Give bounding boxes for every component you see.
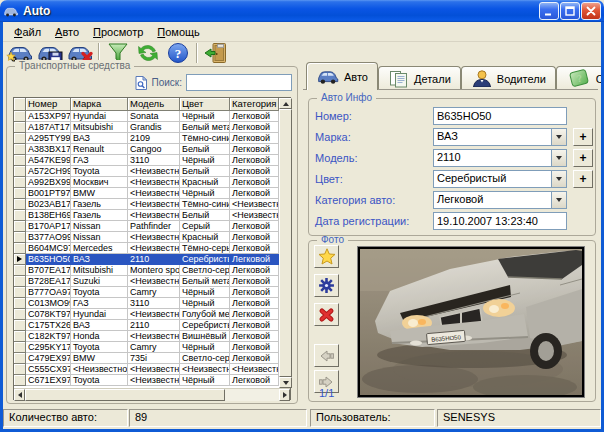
vertical-scrollbar[interactable] [279, 98, 292, 388]
table-cell: <Неизвестно> [230, 364, 279, 375]
photo-settings-button[interactable] [314, 274, 339, 297]
table-cell: Газель [71, 210, 128, 221]
table-row[interactable]: B023AB177Газель<Неизвестно>Тёмно-синий<Н… [14, 199, 279, 210]
model-combo[interactable]: 2110 [433, 149, 567, 167]
maximize-button[interactable] [560, 2, 580, 20]
table-row[interactable]: C671EX97Toyota<Неизвестно>ЧёрныйЛегковой [14, 375, 279, 386]
dropdown-button[interactable] [551, 150, 566, 166]
row-indicator [14, 298, 26, 309]
table-cell: Легковой [230, 144, 279, 155]
column-header[interactable]: Номер [26, 98, 71, 111]
scroll-down-button[interactable] [279, 377, 292, 388]
table-row[interactable]: A295TY99ВАЗ2109Тёмно-синийЛегковой [14, 133, 279, 144]
table-row[interactable]: C555CX97<Неизвестно><Неизвестно><Неизвес… [14, 364, 279, 375]
menu-file[interactable]: Файл [7, 24, 48, 40]
row-indicator [14, 342, 26, 353]
table-row[interactable]: B635HO50ВАЗ2110СеребристыйЛегковой [14, 254, 279, 265]
table-row[interactable]: B707EA177MitsubishiMontero sportСветло-с… [14, 265, 279, 276]
table-row[interactable]: B001PT97BMW<Неизвестно>ЧёрныйЛегковой [14, 188, 279, 199]
horizontal-scrollbar[interactable] [14, 388, 290, 401]
exit-button[interactable] [201, 42, 231, 64]
table-cell: ВАЗ [71, 133, 128, 144]
tab-details[interactable]: Детали [378, 66, 461, 90]
table-cell: Pathfinder [128, 221, 180, 232]
table-row[interactable]: A992BX99Москвич<Неизвестно>КрасныйЛегков… [14, 177, 279, 188]
menu-help[interactable]: Помощь [150, 24, 207, 40]
table-cell: ВАЗ [71, 254, 128, 265]
dropdown-button[interactable] [551, 171, 566, 187]
table-row[interactable]: B377AO99Nissan<Неизвестно>КрасныйЛегково… [14, 232, 279, 243]
car-icon [316, 68, 340, 85]
number-field[interactable] [433, 107, 567, 125]
tab-auto[interactable]: Авто [306, 62, 378, 90]
table-row[interactable]: C013MO99ГАЗ3110ЧёрныйЛегковой [14, 298, 279, 309]
table-row[interactable]: A547KE99ГАЗ3110ЧёрныйЛегковой [14, 155, 279, 166]
vertical-scroll-thumb[interactable] [279, 109, 292, 377]
table-row[interactable]: C175TX26ВАЗ2110СеребристыйЛегковой [14, 320, 279, 331]
statusbar: Количество авто: 89 Пользователь: SENESY… [3, 406, 601, 429]
scroll-track[interactable] [225, 389, 279, 401]
table-row[interactable]: C078KT97Hyundai<Неизвестно>Голубой метал… [14, 309, 279, 320]
column-header[interactable]: Цвет [180, 98, 230, 111]
refresh-button[interactable] [133, 42, 163, 64]
table-row[interactable]: C295KY177ToyotaCamryЧёрныйЛегковой [14, 342, 279, 353]
horizontal-scroll-thumb[interactable] [25, 389, 225, 401]
titlebar[interactable]: Auto [0, 0, 604, 22]
category-combo[interactable]: Легковой [433, 191, 567, 209]
table-row[interactable]: B138EH69Газель<Неизвестно>Белый<Неизвест… [14, 210, 279, 221]
color-combo-add-button[interactable]: + [573, 170, 593, 188]
search-input[interactable] [186, 74, 292, 91]
table-cell: <Неизвестный> [180, 364, 230, 375]
close-button[interactable] [581, 2, 601, 20]
table-cell: Легковой [230, 221, 279, 232]
table-row[interactable]: B170AP177NissanPathfinderСерыйЛегковой [14, 221, 279, 232]
menu-auto[interactable]: Авто [48, 24, 86, 40]
row-indicator [14, 111, 26, 122]
table-row[interactable]: A383BX177RenaultCangooБелыйЛегковой [14, 144, 279, 155]
row-indicator [14, 155, 26, 166]
table-row[interactable]: A153XP97HyundaiSonataЧёрныйЛегковой [14, 111, 279, 122]
model-combo-value: 2110 [434, 150, 551, 166]
table-row[interactable]: B777OA97ToyotaCamryЧёрныйЛегковой [14, 287, 279, 298]
scroll-right-button[interactable] [279, 389, 290, 401]
table-cell: B023AB177 [26, 199, 71, 210]
table-cell: Sonata [128, 111, 180, 122]
menubar: ФайлАвтоПросмотрПомощь [3, 22, 601, 42]
column-header[interactable]: Модель [128, 98, 180, 111]
field-row: Модель:2110+ [315, 149, 589, 168]
menu-view[interactable]: Просмотр [86, 24, 150, 40]
minimize-button[interactable] [539, 2, 559, 20]
table-cell: C175TX26 [26, 320, 71, 331]
table-cell: B377AO99 [26, 232, 71, 243]
make-combo-add-button[interactable]: + [573, 128, 593, 146]
dropdown-button[interactable] [551, 192, 566, 208]
help-button[interactable]: ? [163, 42, 193, 64]
add-photo-button[interactable] [314, 245, 339, 268]
table-row[interactable]: B728EA177Suzuki<Неизвестно>Белый металли… [14, 276, 279, 287]
make-combo[interactable]: ВАЗ [433, 128, 567, 146]
dropdown-button[interactable] [551, 129, 566, 145]
scroll-left-button[interactable] [14, 389, 25, 401]
scroll-up-button[interactable] [279, 98, 292, 109]
previous-photo-button[interactable] [314, 344, 339, 367]
column-header[interactable]: Марка [71, 98, 128, 111]
svg-text:?: ? [175, 46, 182, 61]
table-row[interactable]: B604MC97Mercedes<Неизвестно>Тёмно-серыйЛ… [14, 243, 279, 254]
model-combo-add-button[interactable]: + [573, 149, 593, 167]
delete-photo-button[interactable] [314, 303, 339, 326]
table-cell: Легковой [230, 276, 279, 287]
table-row[interactable]: A187AT177MitsubishiGrandisБелый металлик… [14, 122, 279, 133]
tab-drivers[interactable]: Водители [461, 66, 556, 90]
table-cell: Белый металлик [180, 122, 230, 133]
table-cell: Голубой металлик [180, 309, 230, 320]
column-header[interactable]: Категория [230, 98, 279, 111]
photo-counter: 1/1 [319, 387, 334, 399]
color-combo[interactable]: Серебристый [433, 170, 567, 188]
table-row[interactable]: C182KT97Honda<Неизвестно>ВишнёвыйЛегково… [14, 331, 279, 342]
table-row[interactable]: C479EX97BMW735iСветло-серыйЛегковой [14, 353, 279, 364]
table-cell: Чёрный [180, 155, 230, 166]
tab-reference[interactable]: ?Справочник [556, 66, 604, 90]
registration-date-field[interactable] [433, 212, 567, 230]
table-row[interactable]: A572CH99Toyota<Неизвестно>БелыйЛегковой [14, 166, 279, 177]
row-indicator [14, 232, 26, 243]
